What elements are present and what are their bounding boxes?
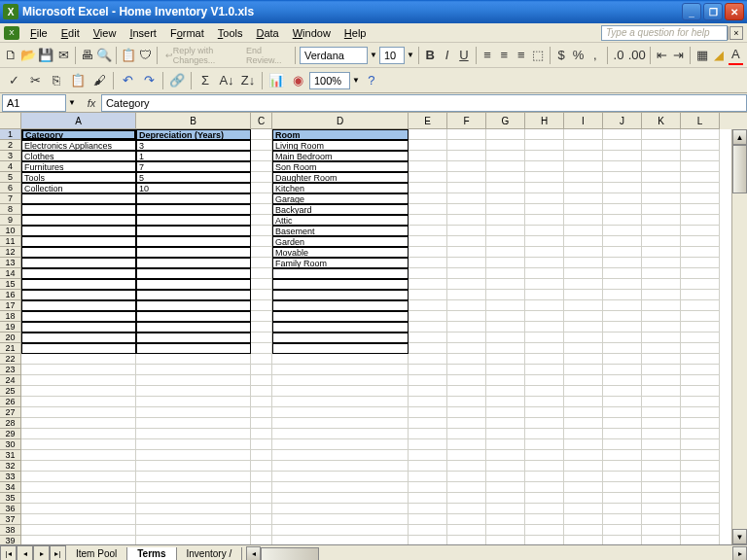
cell[interactable] [525, 504, 564, 514]
cell[interactable] [564, 258, 603, 268]
cell[interactable] [21, 407, 136, 418]
cell[interactable] [21, 429, 136, 439]
cell[interactable] [251, 525, 272, 536]
row-header-19[interactable]: 19 [0, 322, 21, 332]
row-header-4[interactable]: 4 [0, 161, 21, 172]
underline-button[interactable]: U [456, 46, 471, 65]
cell[interactable] [21, 258, 136, 268]
cell[interactable] [251, 386, 272, 397]
paste-icon[interactable]: 📋 [68, 71, 88, 90]
menu-insert[interactable]: Insert [123, 27, 163, 39]
cell[interactable] [681, 140, 720, 151]
cell[interactable] [409, 268, 447, 279]
cell[interactable] [272, 472, 409, 482]
cell[interactable]: Room [272, 129, 409, 140]
cell[interactable] [136, 247, 251, 258]
cell[interactable] [486, 129, 525, 140]
cell[interactable] [681, 365, 720, 375]
cell[interactable] [603, 215, 642, 226]
cell[interactable] [486, 354, 525, 365]
sort-desc-icon[interactable]: Z↓ [238, 71, 258, 90]
row-header-15[interactable]: 15 [0, 279, 21, 290]
cell[interactable] [447, 279, 486, 290]
cell[interactable] [447, 322, 486, 332]
vertical-scrollbar[interactable]: ▲ ▼ [731, 129, 747, 544]
col-header-K[interactable]: K [642, 113, 681, 129]
cell[interactable] [525, 226, 564, 236]
col-header-B[interactable]: B [136, 113, 251, 129]
cell[interactable] [251, 375, 272, 386]
cell[interactable] [272, 504, 409, 514]
cell[interactable] [447, 161, 486, 172]
cell[interactable] [447, 504, 486, 514]
row-header-39[interactable]: 39 [0, 536, 21, 544]
cell[interactable] [447, 258, 486, 268]
cell[interactable] [251, 172, 272, 183]
cell[interactable] [564, 247, 603, 258]
cell[interactable] [603, 493, 642, 504]
cell[interactable] [447, 397, 486, 407]
cell[interactable] [447, 386, 486, 397]
cell[interactable] [603, 311, 642, 322]
cell[interactable] [642, 290, 681, 300]
increase-indent-icon[interactable]: ⇥ [671, 46, 686, 65]
cell[interactable] [525, 290, 564, 300]
cell[interactable] [486, 268, 525, 279]
print-icon[interactable]: 🖶 [79, 46, 93, 65]
cell[interactable] [642, 183, 681, 193]
undo-icon[interactable]: ↶ [118, 71, 137, 90]
cell[interactable] [681, 236, 720, 247]
cell[interactable] [642, 354, 681, 365]
cell[interactable] [681, 204, 720, 215]
cell[interactable] [21, 439, 136, 450]
drawing-icon[interactable]: ◉ [288, 71, 307, 90]
cell[interactable] [272, 343, 409, 354]
cell[interactable] [272, 525, 409, 536]
row-header-7[interactable]: 7 [0, 193, 21, 204]
cell[interactable] [251, 279, 272, 290]
cell[interactable]: Category [21, 129, 136, 140]
cell[interactable]: Main Bedroom [272, 151, 409, 161]
cell[interactable] [136, 322, 251, 332]
cell[interactable] [447, 290, 486, 300]
cell[interactable] [251, 461, 272, 472]
cell[interactable] [21, 354, 136, 365]
align-left-icon[interactable]: ≡ [480, 46, 494, 65]
cell[interactable] [486, 397, 525, 407]
cell[interactable] [447, 204, 486, 215]
cell[interactable] [642, 322, 681, 332]
cell[interactable] [681, 151, 720, 161]
cell[interactable] [409, 236, 447, 247]
cell[interactable] [486, 461, 525, 472]
cells-area[interactable]: CategoryDepreciation (Years)RoomElectron… [21, 129, 747, 544]
cell[interactable] [409, 290, 447, 300]
cell[interactable] [642, 140, 681, 151]
align-center-icon[interactable]: ≡ [497, 46, 512, 65]
cell[interactable] [681, 461, 720, 472]
row-header-23[interactable]: 23 [0, 365, 21, 375]
cell[interactable] [681, 332, 720, 343]
spell-icon[interactable]: ✓ [4, 71, 23, 90]
decrease-decimal-icon[interactable]: .0 [611, 46, 625, 65]
cell[interactable] [603, 418, 642, 429]
redo-icon[interactable]: ↷ [139, 71, 159, 90]
open-icon[interactable]: 📂 [20, 46, 36, 65]
cell[interactable] [447, 418, 486, 429]
row-header-22[interactable]: 22 [0, 354, 21, 365]
cell[interactable] [525, 172, 564, 183]
cell[interactable] [486, 215, 525, 226]
cell[interactable] [642, 397, 681, 407]
italic-button[interactable]: I [440, 46, 454, 65]
row-header-27[interactable]: 27 [0, 407, 21, 418]
cell[interactable] [564, 215, 603, 226]
cell[interactable] [409, 183, 447, 193]
menu-format[interactable]: Format [163, 27, 211, 39]
col-header-A[interactable]: A [21, 113, 136, 129]
cell[interactable] [251, 514, 272, 525]
cell[interactable] [603, 407, 642, 418]
help-icon[interactable]: ? [362, 71, 381, 90]
cell[interactable] [603, 386, 642, 397]
cell[interactable] [21, 343, 136, 354]
cell[interactable] [564, 204, 603, 215]
bold-button[interactable]: B [423, 46, 438, 65]
